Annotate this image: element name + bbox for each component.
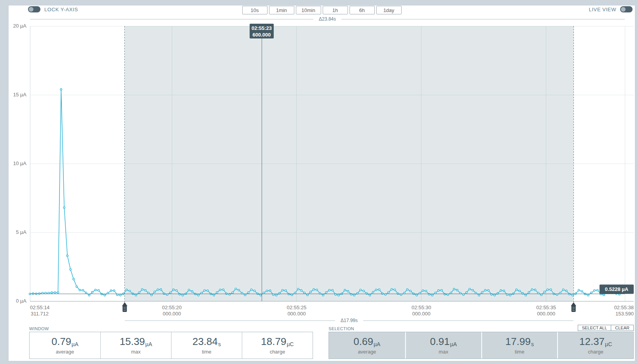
stat-unit: µA	[72, 341, 78, 347]
stat-value: 0.69	[353, 336, 373, 347]
x-tick-label: 02:55:20	[162, 305, 182, 310]
stat-unit: µC	[605, 341, 612, 347]
selection-handle-left[interactable]	[122, 302, 128, 312]
preset-1day-button[interactable]: 1day	[376, 6, 402, 14]
stat-label: max	[439, 349, 448, 355]
window-max-cell: 15.39µA max	[100, 332, 171, 359]
x-tick-label: 000.000	[163, 311, 181, 317]
window-delta-label: Δ23.84s	[319, 16, 336, 22]
stat-label: average	[56, 349, 74, 355]
x-tick-label: 02:55:25	[287, 305, 307, 310]
live-view-control: LIVE VIEW	[589, 6, 633, 12]
select-all-button[interactable]: SELECT ALL	[578, 325, 612, 331]
chart-canvas[interactable]: 0 µA5 µA10 µA15 µA20 µA02:55:20000.00002…	[9, 15, 635, 326]
x-start-label: 311.712	[31, 311, 49, 317]
x-tick-label: 000.000	[537, 311, 555, 317]
preset-1h-button[interactable]: 1h	[323, 6, 348, 14]
preset-1min-button[interactable]: 1min	[269, 6, 294, 14]
x-end-label: 02:55:38	[614, 305, 634, 310]
x-tick-label: 000.000	[287, 311, 306, 317]
stat-value: 23.84	[192, 336, 218, 347]
selection-max-cell: 0.91µA max	[405, 332, 481, 359]
stat-value: 0.79	[51, 336, 71, 347]
y-tick-label: 10 µA	[13, 160, 27, 166]
stat-unit: µA	[450, 341, 457, 347]
stat-value: 12.37	[579, 336, 605, 347]
x-end-label: 153.590	[615, 311, 634, 317]
x-tick-label: 000.000	[412, 311, 430, 317]
selection-region[interactable]	[125, 26, 573, 301]
stat-unit: s	[531, 341, 534, 347]
clear-selection-button[interactable]: CLEAR	[611, 325, 634, 331]
stat-label: max	[131, 349, 141, 355]
chart-toolbar: LOCK Y-AXIS 10s 1min 10min 1h 6h 1day LI…	[9, 5, 635, 16]
live-view-label: LIVE VIEW	[589, 7, 616, 12]
time-tooltip-text: 02:55:23	[252, 25, 272, 31]
toggle-knob-icon	[621, 7, 626, 12]
x-start-label: 02:55:14	[30, 305, 50, 310]
time-tooltip-text: 600.000	[253, 32, 271, 38]
selection-charge-cell: 12.37µC charge	[557, 332, 633, 359]
stat-value: 15.39	[120, 336, 145, 347]
live-view-toggle[interactable]	[620, 6, 633, 12]
window-charge-cell: 18.79µC charge	[242, 332, 313, 359]
value-tooltip-text: 0.5228 µA	[605, 286, 629, 292]
x-tick-label: 02:55:35	[536, 305, 556, 310]
selection-stats-panel: 0.69µA average 0.91µA max 17.99s time 12…	[329, 332, 634, 359]
x-tick-label: 02:55:30	[411, 305, 431, 310]
selection-handle-right[interactable]	[571, 302, 576, 312]
preset-10s-button[interactable]: 10s	[242, 6, 267, 14]
selection-time-cell: 17.99s time	[481, 332, 558, 359]
stat-unit: s	[218, 341, 221, 347]
stat-value: 18.79	[261, 336, 286, 347]
window-average-cell: 0.79µA average	[30, 332, 100, 359]
stat-label: time	[202, 349, 212, 355]
stat-label: charge	[270, 349, 285, 355]
stat-label: time	[515, 349, 524, 355]
stat-unit: µA	[374, 341, 380, 347]
preset-10min-button[interactable]: 10min	[296, 6, 321, 14]
app-screen: LOCK Y-AXIS 10s 1min 10min 1h 6h 1day LI…	[0, 0, 638, 364]
selection-average-cell: 0.69µA average	[329, 332, 405, 359]
stat-unit: µA	[145, 341, 152, 347]
time-cursor-tooltip: 02:55:23600.000	[250, 24, 274, 38]
window-time-cell: 23.84s time	[171, 332, 242, 359]
y-tick-label: 15 µA	[13, 92, 27, 98]
window-stats-header: WINDOW	[29, 326, 49, 331]
stat-label: average	[358, 349, 376, 355]
measurement-card: LOCK Y-AXIS 10s 1min 10min 1h 6h 1day LI…	[9, 5, 635, 361]
y-tick-label: 0 µA	[16, 298, 26, 304]
stat-label: charge	[588, 349, 603, 355]
stat-value: 17.99	[505, 336, 531, 347]
stat-unit: µC	[287, 341, 294, 347]
selection-stats-header: SELECTION	[329, 326, 354, 331]
y-tick-label: 20 µA	[13, 23, 27, 29]
selection-delta-label: Δ17.99s	[341, 318, 358, 323]
selection-buttons: SELECT ALL CLEAR	[578, 325, 634, 331]
stat-value: 0.91	[430, 336, 450, 347]
current-chart[interactable]: 0 µA5 µA10 µA15 µA20 µA02:55:20000.00002…	[9, 15, 635, 326]
time-range-presets: 10s 1min 10min 1h 6h 1day	[9, 6, 635, 14]
preset-6h-button[interactable]: 6h	[350, 6, 375, 14]
y-tick-label: 5 µA	[16, 229, 26, 235]
window-stats-panel: 0.79µA average 15.39µA max 23.84s time 1…	[29, 332, 313, 359]
value-cursor-tooltip: 0.5228 µA	[600, 284, 634, 294]
